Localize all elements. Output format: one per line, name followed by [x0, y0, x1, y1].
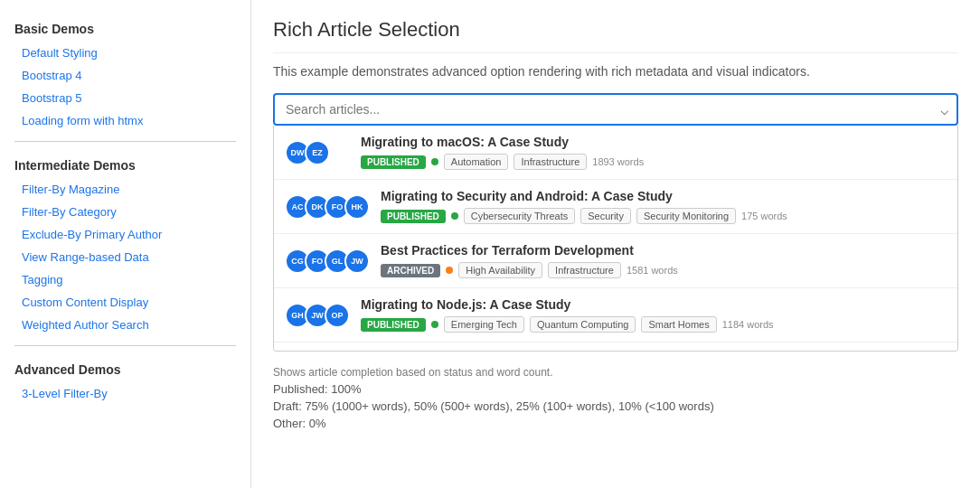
- sidebar-item-bootstrap-4[interactable]: Bootstrap 4: [0, 64, 250, 87]
- avatar: OP: [325, 303, 350, 328]
- advanced-demos-heading: Advanced Demos: [0, 355, 250, 382]
- avatar-group: GHJWOP: [285, 303, 350, 328]
- tag: Automation: [444, 154, 509, 170]
- footer-info: Shows article completion based on status…: [273, 362, 958, 437]
- article-info: Migrating to macOS: A Case StudyPUBLISHE…: [361, 135, 947, 170]
- article-meta: PUBLISHEDCybersecurity ThreatsSecuritySe…: [381, 208, 947, 224]
- page-description: This example demonstrates advanced optio…: [273, 64, 958, 79]
- sidebar-item-tagging[interactable]: Tagging: [0, 268, 250, 291]
- footer-line: Other: 0%: [273, 417, 958, 430]
- footer-line: Draft: 75% (1000+ words), 50% (500+ word…: [273, 399, 958, 413]
- sidebar-item-3-level-filter-by[interactable]: 3-Level Filter-By: [0, 382, 250, 405]
- status-badge: PUBLISHED: [381, 210, 446, 223]
- sidebar-item-default-styling[interactable]: Default Styling: [0, 42, 250, 64]
- article-title: Migrating to Node.js: A Case Study: [361, 297, 947, 312]
- page-title: Rich Article Selection: [273, 18, 958, 53]
- tag: Security Monitoring: [636, 208, 736, 224]
- article-meta: PUBLISHEDEmerging TechQuantum ComputingS…: [361, 316, 947, 333]
- sidebar-divider-2: [14, 345, 236, 346]
- search-container: ⌵: [273, 93, 958, 126]
- sidebar-item-exclude-by-primary-author[interactable]: Exclude-By Primary Author: [0, 223, 250, 246]
- avatar: JW: [344, 249, 370, 274]
- list-item[interactable]: ATQWYMAdvanced C++ TechniquesDRAFTInfras…: [274, 343, 957, 352]
- list-item[interactable]: GHJWOPMigrating to Node.js: A Case Study…: [274, 288, 957, 343]
- sidebar-item-filter-by-category[interactable]: Filter-By Category: [0, 201, 250, 223]
- avatar-group: CGFOGLJW: [285, 249, 370, 274]
- status-badge: PUBLISHED: [361, 155, 426, 169]
- avatar: EZ: [305, 140, 330, 165]
- article-info: Migrating to Node.js: A Case StudyPUBLIS…: [361, 297, 947, 333]
- article-meta: PUBLISHEDAutomationInfrastructure1893 wo…: [361, 154, 947, 170]
- tag: Security: [580, 208, 631, 224]
- avatar-group: ACDKFOHK: [285, 194, 370, 220]
- tag: Infrastructure: [514, 154, 587, 170]
- list-item[interactable]: ACDKFOHKMigrating to Security and Androi…: [274, 180, 957, 234]
- tag: Smart Homes: [641, 316, 716, 333]
- article-title: Migrating to macOS: A Case Study: [361, 135, 947, 149]
- word-count: 1581 words: [627, 265, 678, 276]
- search-input[interactable]: [273, 93, 958, 126]
- word-count: 1184 words: [722, 319, 774, 330]
- footer-line: Published: 100%: [273, 382, 958, 396]
- sidebar-item-bootstrap-5[interactable]: Bootstrap 5: [0, 87, 250, 109]
- tag: Emerging Tech: [444, 316, 524, 333]
- status-badge: ARCHIVED: [381, 264, 440, 277]
- tag: High Availability: [458, 262, 542, 278]
- tag: Quantum Computing: [530, 316, 636, 333]
- avatar: HK: [344, 194, 370, 220]
- tag: Infrastructure: [548, 262, 621, 278]
- article-title: Best Practices for Terraform Development: [381, 243, 947, 258]
- word-count: 175 words: [741, 211, 787, 221]
- sidebar-item-view-range-based-data[interactable]: View Range-based Data: [0, 246, 250, 268]
- status-dot: [431, 321, 438, 328]
- tag: Cybersecurity Threats: [464, 208, 575, 224]
- dropdown-list: DWEZMigrating to macOS: A Case StudyPUBL…: [273, 126, 958, 352]
- article-info: Migrating to Security and Android: A Cas…: [381, 189, 947, 224]
- status-dot: [431, 158, 438, 165]
- list-item[interactable]: DWEZMigrating to macOS: A Case StudyPUBL…: [274, 126, 957, 180]
- basic-demos-heading: Basic Demos: [0, 14, 250, 42]
- sidebar: Basic Demos Default StylingBootstrap 4Bo…: [0, 0, 251, 488]
- article-meta: ARCHIVEDHigh AvailabilityInfrastructure1…: [381, 262, 947, 278]
- sidebar-item-weighted-author-search[interactable]: Weighted Author Search: [0, 314, 250, 336]
- article-title: Migrating to Security and Android: A Cas…: [381, 189, 947, 203]
- sidebar-item-filter-by-magazine[interactable]: Filter-By Magazine: [0, 178, 250, 201]
- status-badge: PUBLISHED: [361, 318, 426, 332]
- intermediate-demos-heading: Intermediate Demos: [0, 151, 250, 178]
- sidebar-divider-1: [14, 141, 236, 142]
- list-item[interactable]: CGFOGLJWBest Practices for Terraform Dev…: [274, 234, 957, 288]
- status-dot: [451, 212, 458, 220]
- avatar-group: DWEZ: [285, 140, 350, 165]
- main-content: Rich Article Selection This example demo…: [251, 0, 980, 488]
- footer-note: Shows article completion based on status…: [273, 366, 958, 379]
- status-dot: [446, 267, 453, 274]
- article-info: Best Practices for Terraform Development…: [381, 243, 947, 278]
- sidebar-item-loading-form-htmx[interactable]: Loading form with htmx: [0, 109, 250, 132]
- sidebar-item-custom-content-display[interactable]: Custom Content Display: [0, 291, 250, 314]
- word-count: 1893 words: [592, 156, 644, 167]
